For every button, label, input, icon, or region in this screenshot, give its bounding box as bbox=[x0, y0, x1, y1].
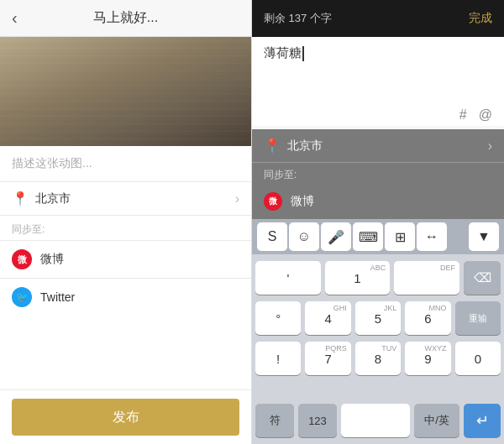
back-icon[interactable]: ‹ bbox=[12, 8, 18, 28]
kb-enter-key[interactable]: ↵ bbox=[464, 404, 501, 437]
chars-remaining: 剩余 137 个字 bbox=[264, 11, 332, 26]
kb-symbol-key[interactable]: 符 bbox=[255, 404, 294, 437]
kb-key-wxyz[interactable]: WXYZ 9 bbox=[405, 342, 450, 375]
image-area bbox=[0, 37, 251, 146]
image-overlay bbox=[0, 37, 251, 146]
kb-key-ghi[interactable]: GHI 4 bbox=[305, 301, 350, 335]
right-location-row[interactable]: 📍 北京市 › bbox=[252, 129, 504, 163]
kb-emoji-btn[interactable]: ☺ bbox=[289, 222, 319, 251]
kb-row-3: ! PQRS 7 TUV 8 WXYZ 9 0 bbox=[255, 342, 501, 375]
kb-resize-btn[interactable]: ↔ bbox=[417, 222, 447, 251]
right-weibo-label: 微博 bbox=[291, 194, 314, 209]
typed-text: 薄荷糖 bbox=[264, 45, 302, 60]
kb-bottom-row: 符 123 中/英 ↵ bbox=[252, 404, 504, 444]
kb-key-1[interactable]: ABC 1 bbox=[325, 261, 391, 295]
right-location-icon: 📍 bbox=[264, 138, 281, 154]
hash-symbol[interactable]: # bbox=[459, 107, 467, 123]
kb-key-degree[interactable]: ° bbox=[255, 301, 301, 335]
left-location-text: 北京市 bbox=[35, 191, 235, 206]
left-weibo-label: 微博 bbox=[40, 252, 64, 267]
kb-mic-btn[interactable]: 🎤 bbox=[321, 222, 351, 251]
kb-keyboard-btn[interactable]: ⌨ bbox=[353, 222, 383, 251]
right-chevron-icon: › bbox=[488, 138, 492, 154]
left-panel: ‹ 马上就好... 描述这张动图... 📍 北京市 › 同步至: 微 微博 🐦 … bbox=[0, 0, 252, 444]
kb-key-question[interactable]: ! bbox=[255, 342, 301, 375]
hash-at-row: # @ bbox=[252, 104, 504, 126]
kb-swype-btn[interactable]: S bbox=[257, 222, 287, 251]
kb-rewrite-key[interactable]: 重输 bbox=[455, 301, 501, 335]
kb-key-jkl[interactable]: JKL 5 bbox=[355, 301, 401, 335]
right-panel: 剩余 137 个字 完成 薄荷糖 # @ 📍 北京市 › 同步至: 微 微博 S… bbox=[252, 0, 504, 444]
kb-key-def[interactable]: DEF bbox=[394, 261, 459, 295]
left-weibo-row[interactable]: 微 微博 bbox=[0, 240, 251, 278]
kb-key-tuv[interactable]: TUV 8 bbox=[355, 342, 401, 375]
right-location-sync: 📍 北京市 › 同步至: 微 微博 bbox=[252, 129, 504, 219]
publish-btn-area: 发布 bbox=[0, 389, 251, 444]
right-location-text: 北京市 bbox=[287, 138, 488, 154]
keyboard: S ☺ 🎤 ⌨ ⊞ ↔ ▼ ' ABC 1 DEF bbox=[252, 219, 504, 444]
left-twitter-row[interactable]: 🐦 Twitter bbox=[0, 278, 251, 316]
kb-space-key[interactable] bbox=[341, 404, 410, 437]
kb-grid-btn[interactable]: ⊞ bbox=[385, 222, 415, 251]
right-weibo-icon: 微 bbox=[264, 192, 282, 211]
at-symbol[interactable]: @ bbox=[479, 107, 492, 123]
right-sync-label: 同步至: bbox=[252, 163, 504, 184]
description-placeholder[interactable]: 描述这张动图... bbox=[0, 146, 251, 181]
keyboard-toolbar: S ☺ 🎤 ⌨ ⊞ ↔ ▼ bbox=[252, 219, 504, 254]
kb-row-2: ° GHI 4 JKL 5 MNO 6 重输 bbox=[255, 301, 501, 335]
left-twitter-label: Twitter bbox=[40, 290, 75, 304]
kb-key-comma[interactable]: ' bbox=[255, 261, 321, 295]
kb-collapse-btn[interactable]: ▼ bbox=[469, 222, 499, 251]
left-sync-label: 同步至: bbox=[0, 216, 251, 240]
left-location-row[interactable]: 📍 北京市 › bbox=[0, 181, 251, 216]
text-input-area[interactable]: 薄荷糖 bbox=[252, 37, 504, 104]
kb-num-key[interactable]: 123 bbox=[298, 404, 337, 437]
kb-key-mno[interactable]: MNO 6 bbox=[405, 301, 450, 335]
twitter-icon: 🐦 bbox=[12, 287, 32, 307]
kb-delete-key[interactable]: ⌫ bbox=[464, 261, 501, 295]
left-header: ‹ 马上就好... bbox=[0, 0, 251, 37]
weibo-icon: 微 bbox=[12, 249, 32, 269]
kb-key-0[interactable]: 0 bbox=[455, 342, 501, 375]
kb-key-pqrs[interactable]: PQRS 7 bbox=[305, 342, 350, 375]
right-header: 剩余 137 个字 完成 bbox=[252, 0, 504, 37]
kb-lang-key[interactable]: 中/英 bbox=[414, 404, 459, 437]
text-cursor bbox=[302, 46, 304, 61]
right-weibo-row[interactable]: 微 微博 bbox=[252, 184, 504, 219]
kb-row-1: ' ABC 1 DEF ⌫ bbox=[255, 261, 501, 295]
keyboard-rows: ' ABC 1 DEF ⌫ ° bbox=[252, 254, 504, 404]
chevron-right-icon: › bbox=[235, 191, 239, 206]
publish-button[interactable]: 发布 bbox=[12, 399, 239, 436]
left-title: 马上就好... bbox=[93, 9, 158, 27]
done-button[interactable]: 完成 bbox=[469, 11, 492, 26]
location-icon: 📍 bbox=[12, 191, 29, 206]
